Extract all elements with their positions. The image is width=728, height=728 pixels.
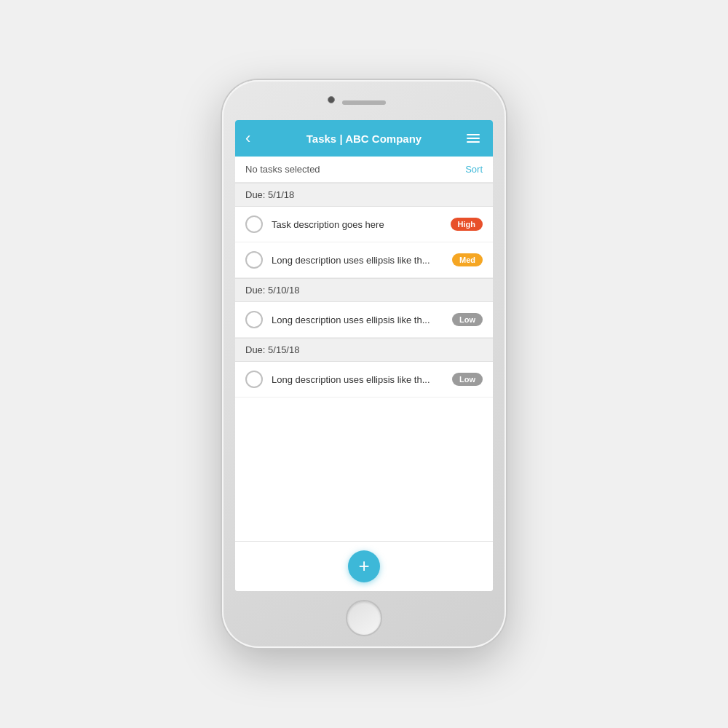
task-row: Long description uses ellipsis like th..…: [235, 302, 493, 338]
back-button[interactable]: ‹: [245, 130, 250, 146]
header-title: Tasks | ABC Company: [306, 132, 422, 145]
hamburger-line-3: [467, 141, 480, 143]
toolbar-row: No tasks selected Sort: [235, 157, 493, 183]
task-checkbox[interactable]: [245, 371, 263, 388]
priority-badge: Med: [452, 253, 483, 266]
priority-badge: Low: [452, 373, 483, 386]
phone-screen: ‹ Tasks | ABC Company No tasks selected …: [235, 120, 493, 591]
footer-area: +: [235, 541, 493, 591]
add-task-button[interactable]: +: [348, 550, 380, 582]
section-header-1: Due: 5/10/18: [235, 278, 493, 302]
phone-device: ‹ Tasks | ABC Company No tasks selected …: [222, 80, 506, 648]
section-header-2: Due: 5/15/18: [235, 338, 493, 362]
priority-badge: Low: [452, 313, 483, 326]
phone-home-button[interactable]: [346, 600, 382, 636]
task-row: Long description uses ellipsis like th..…: [235, 362, 493, 397]
task-row: Task description goes hereHigh: [235, 207, 493, 242]
hamburger-line-1: [467, 134, 480, 135]
section-header-0: Due: 5/1/18: [235, 183, 493, 207]
add-icon: +: [358, 556, 369, 575]
task-checkbox[interactable]: [245, 215, 263, 233]
task-description: Long description uses ellipsis like th..…: [272, 255, 443, 266]
no-tasks-label: No tasks selected: [245, 164, 320, 175]
phone-camera: [328, 96, 335, 103]
priority-badge: High: [451, 218, 483, 231]
task-description: Task description goes here: [272, 219, 442, 230]
task-description: Long description uses ellipsis like th..…: [272, 314, 443, 325]
task-checkbox[interactable]: [245, 251, 263, 269]
task-checkbox[interactable]: [245, 311, 263, 328]
sort-button[interactable]: Sort: [465, 164, 483, 175]
phone-speaker: [342, 100, 386, 105]
menu-button[interactable]: [464, 131, 483, 146]
header-bar: ‹ Tasks | ABC Company: [235, 120, 493, 157]
task-row: Long description uses ellipsis like th..…: [235, 242, 493, 278]
task-description: Long description uses ellipsis like th..…: [272, 374, 443, 385]
tasks-content: Due: 5/1/18Task description goes hereHig…: [235, 183, 493, 541]
hamburger-line-2: [467, 138, 480, 139]
